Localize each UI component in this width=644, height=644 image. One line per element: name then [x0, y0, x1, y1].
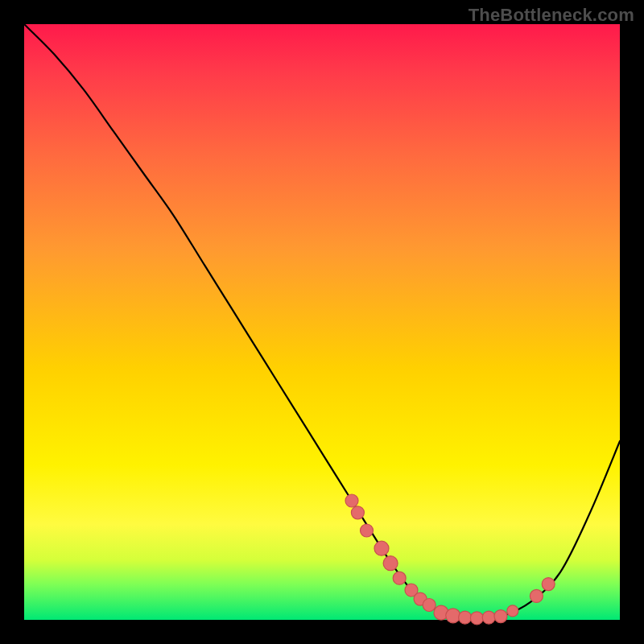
data-marker — [459, 611, 472, 624]
curve-layer — [24, 24, 620, 620]
chart-frame: TheBottleneck.com — [0, 0, 644, 644]
data-marker — [446, 609, 460, 623]
data-marker — [351, 506, 364, 519]
data-marker — [383, 556, 398, 571]
data-marker — [542, 578, 555, 591]
plot-area — [24, 24, 620, 620]
data-marker — [530, 589, 543, 602]
data-marker — [393, 572, 406, 584]
marker-group — [345, 494, 555, 625]
watermark-text: TheBottleneck.com — [469, 5, 634, 26]
data-marker — [470, 612, 483, 625]
data-marker — [494, 610, 507, 623]
data-marker — [345, 494, 358, 507]
data-marker — [423, 599, 436, 612]
data-marker — [361, 524, 374, 537]
data-marker — [507, 605, 518, 617]
bottleneck-curve — [24, 24, 620, 618]
data-marker — [374, 541, 389, 555]
data-marker — [482, 611, 495, 624]
